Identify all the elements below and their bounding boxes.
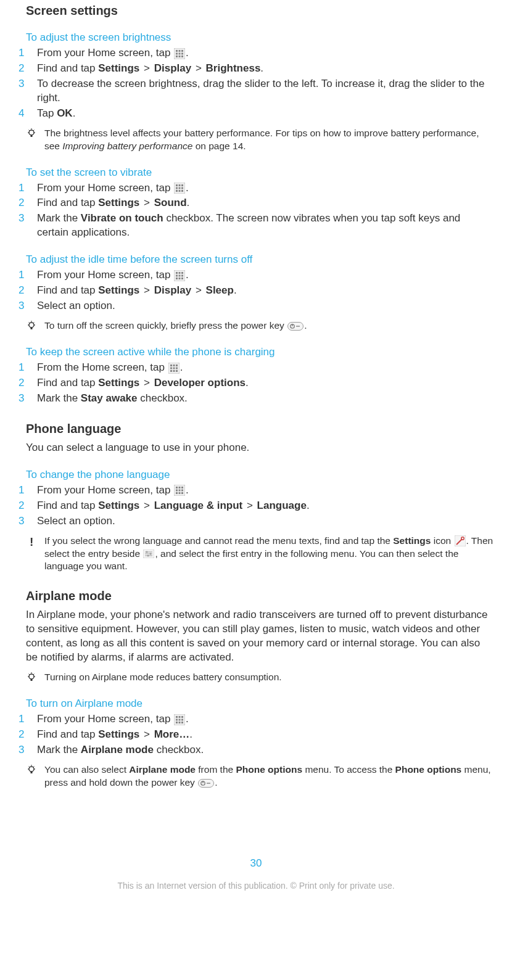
svg-rect-9 xyxy=(181,56,183,57)
svg-rect-34 xyxy=(176,278,178,279)
step-text: . xyxy=(186,484,189,496)
svg-rect-87 xyxy=(179,716,181,718)
tip-text: . xyxy=(304,320,307,331)
svg-rect-1 xyxy=(176,50,178,52)
bold-text: Settings xyxy=(393,535,431,546)
step: 4Tap OK. xyxy=(19,107,493,121)
step-number: 2 xyxy=(19,62,32,76)
step-number: 4 xyxy=(19,107,32,121)
step: 2Find and tap Settings > Language & inpu… xyxy=(19,499,493,513)
svg-rect-55 xyxy=(170,370,172,372)
bold-text: Language & input xyxy=(154,500,243,511)
warn-text: If you select the wrong language and can… xyxy=(44,535,393,546)
tip-airplane-battery: Turning on Airplane mode reduces battery… xyxy=(19,671,493,684)
bold-text: Settings xyxy=(98,284,139,296)
subheading-change-language: To change the phone language xyxy=(26,469,493,481)
step-number: 1 xyxy=(19,484,32,498)
svg-point-37 xyxy=(29,323,34,327)
subheading-vibrate: To set the screen to vibrate xyxy=(26,167,493,179)
step: 3Select an option. xyxy=(19,514,493,529)
italic-text: Improving battery performance xyxy=(62,141,192,151)
heading-airplane: Airplane mode xyxy=(26,589,493,603)
svg-rect-18 xyxy=(176,184,178,186)
settings-tool-icon xyxy=(455,535,466,546)
svg-rect-67 xyxy=(181,492,183,494)
app-grid-icon xyxy=(168,363,180,374)
warn-text: icon xyxy=(431,535,453,546)
step-text: . xyxy=(307,500,310,511)
step-number: 1 xyxy=(19,46,32,60)
step-number: 1 xyxy=(19,361,32,375)
svg-rect-94 xyxy=(181,722,183,723)
bold-text: Sound xyxy=(154,197,187,208)
tip-text: Turning on Airplane mode reduces battery… xyxy=(44,672,282,682)
step: 1From your Home screen, tap . xyxy=(19,712,493,727)
svg-rect-64 xyxy=(181,490,183,492)
bulb-icon xyxy=(27,672,36,687)
bold-text: Phone options xyxy=(395,764,462,775)
step: 1From your Home screen, tap . xyxy=(19,46,493,60)
exclamation-icon: ! xyxy=(30,534,33,550)
svg-rect-28 xyxy=(176,272,178,274)
svg-rect-56 xyxy=(173,370,175,372)
step-text: Mark the xyxy=(37,212,81,224)
svg-line-15 xyxy=(29,130,30,131)
bold-text: Display xyxy=(154,284,191,296)
bold-text: Airplane mode xyxy=(81,744,154,756)
steps-vibrate: 1From your Home screen, tap . 2Find and … xyxy=(19,181,493,241)
footer-disclaimer: This is an Internet version of this publ… xyxy=(19,881,493,891)
step-text: . xyxy=(186,269,189,281)
page-footer: 30 This is an Internet version of this p… xyxy=(19,857,493,891)
svg-rect-20 xyxy=(181,184,183,186)
step-text: > xyxy=(141,377,152,389)
step-text: . xyxy=(260,62,263,74)
step-text: . xyxy=(186,713,189,725)
step-text: Find and tap xyxy=(37,284,98,296)
paragraph: You can select a language to use in your… xyxy=(26,441,493,455)
bold-text: Display xyxy=(154,62,191,74)
step: 3Mark the Stay awake checkbox. xyxy=(19,392,493,406)
power-key-icon xyxy=(287,322,303,331)
svg-rect-60 xyxy=(179,487,181,488)
step-number: 2 xyxy=(19,499,32,513)
step: 2Find and tap Settings > Sound. xyxy=(19,196,493,210)
steps-change-language: 1From your Home screen, tap . 2Find and … xyxy=(19,484,493,529)
heading-phone-language: Phone language xyxy=(26,422,493,436)
svg-point-10 xyxy=(29,130,34,135)
step-text: To decrease the screen brightness, drag … xyxy=(37,78,484,104)
bold-text: Settings xyxy=(98,197,139,208)
step-number: 2 xyxy=(19,376,32,390)
step-text: From your Home screen, tap xyxy=(37,484,173,496)
paragraph: In Airplane mode, your phone's network a… xyxy=(26,608,493,665)
subheading-idle: To adjust the idle time before the scree… xyxy=(26,253,493,266)
subheading-charging: To keep the screen active while the phon… xyxy=(26,346,493,358)
step-text: checkbox. xyxy=(154,744,204,756)
step-text: > xyxy=(141,500,152,511)
svg-rect-59 xyxy=(176,487,178,488)
svg-line-42 xyxy=(29,323,30,324)
bold-text: Settings xyxy=(98,728,139,740)
step-text: checkbox. xyxy=(138,392,188,404)
step-text: Select an option. xyxy=(37,515,115,527)
step-number: 2 xyxy=(19,284,32,298)
subheading-brightness: To adjust the screen brightness xyxy=(26,31,493,44)
svg-rect-6 xyxy=(181,52,183,54)
app-grid-icon xyxy=(174,183,185,194)
tip-text: . xyxy=(215,777,217,788)
svg-rect-61 xyxy=(181,487,183,488)
svg-rect-65 xyxy=(176,492,178,494)
svg-rect-21 xyxy=(176,187,178,189)
svg-rect-23 xyxy=(181,187,183,189)
step: 3Mark the Airplane mode checkbox. xyxy=(19,743,493,757)
step: 2Find and tap Settings > Display > Sleep… xyxy=(19,284,493,298)
tip-text: menu. To access the xyxy=(302,764,395,775)
svg-line-101 xyxy=(33,766,35,767)
step: 1From your Home screen, tap . xyxy=(19,484,493,498)
step-text: . xyxy=(186,182,189,194)
step: 3Mark the Vibrate on touch checkbox. The… xyxy=(19,212,493,240)
bold-text: Brightness xyxy=(206,62,261,74)
bold-text: Settings xyxy=(98,377,139,389)
svg-rect-52 xyxy=(170,367,172,369)
step-number: 1 xyxy=(19,181,32,196)
svg-rect-92 xyxy=(176,722,178,723)
